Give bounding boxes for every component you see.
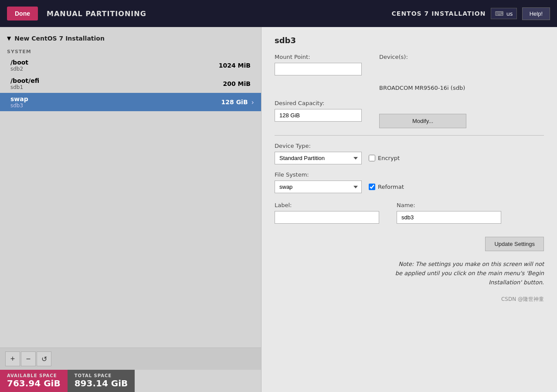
update-settings-button[interactable]: Update Settings	[485, 237, 544, 251]
device-type-section: Device Type: Standard Partition LVM LVM …	[275, 143, 544, 164]
right-bottom: Update Settings	[275, 232, 544, 251]
partition-name: swap	[10, 95, 221, 102]
space-info: AVAILABLE SPACE 763.94 GiB TOTAL SPACE 8…	[0, 370, 261, 392]
total-space-block: TOTAL SPACE 893.14 GiB	[68, 370, 135, 392]
keyboard-input[interactable]: ⌨ us	[491, 8, 516, 19]
name-input[interactable]	[397, 211, 501, 224]
modify-group: Modify...	[379, 100, 466, 128]
divider	[275, 135, 544, 136]
partition-name: /boot/efi	[10, 77, 223, 84]
partition-name: /boot	[10, 59, 219, 66]
total-space-value: 893.14 GiB	[75, 378, 128, 389]
top-bar-left: Done MANUAL PARTITIONING	[7, 7, 146, 20]
list-item[interactable]: /boot sdb2 1024 MiB	[0, 56, 261, 75]
file-system-select-wrapper: swap ext4 ext3 ext2 xfs vfat biosboot	[275, 181, 362, 193]
note-text: Note: The settings you make on this scre…	[275, 260, 544, 287]
file-system-select[interactable]: swap ext4 ext3 ext2 xfs vfat biosboot	[275, 181, 362, 193]
help-button[interactable]: Help!	[522, 7, 550, 20]
left-panel: ▼ New CentOS 7 Installation SYSTEM /boot…	[0, 27, 262, 392]
encrypt-checkbox-row: Encrypt	[369, 155, 400, 161]
reformat-checkbox-row: Reformat	[369, 184, 404, 190]
collapse-icon: ▼	[7, 35, 11, 41]
devices-group: Device(s): BROADCOM MR9560-16i (sdb)	[379, 54, 466, 91]
reformat-label: Reformat	[378, 184, 404, 190]
top-bar: Done MANUAL PARTITIONING CENTOS 7 INSTAL…	[0, 0, 557, 27]
label-group: Label:	[275, 202, 379, 224]
partition-info: /boot/efi sdb1	[10, 77, 223, 90]
available-space-value: 763.94 GiB	[7, 378, 61, 389]
partition-size: 128 GiB	[221, 99, 248, 106]
label-input[interactable]	[275, 211, 379, 224]
partition-device: sdb3	[10, 102, 221, 109]
partition-list: ▼ New CentOS 7 Installation SYSTEM /boot…	[0, 27, 261, 348]
device-type-select-wrapper: Standard Partition LVM LVM Thin Provisio…	[275, 152, 362, 164]
file-system-section: File System: swap ext4 ext3 ext2 xfs vfa…	[275, 171, 544, 193]
desired-capacity-label: Desired Capacity:	[275, 100, 362, 106]
name-group: Name:	[397, 202, 501, 224]
encrypt-label: Encrypt	[378, 155, 400, 161]
file-system-row: swap ext4 ext3 ext2 xfs vfat biosboot Re…	[275, 181, 544, 193]
form-row-mount: Mount Point: Device(s): BROADCOM MR9560-…	[275, 54, 544, 91]
partition-device: sdb2	[10, 66, 219, 72]
section-header: SYSTEM	[0, 47, 261, 56]
refresh-button[interactable]: ↺	[37, 351, 51, 366]
available-space-block: AVAILABLE SPACE 763.94 GiB	[0, 370, 68, 392]
label-field-label: Label:	[275, 202, 379, 208]
partition-group-label: New CentOS 7 Installation	[14, 35, 105, 42]
reformat-checkbox[interactable]	[369, 184, 375, 190]
encrypt-checkbox[interactable]	[369, 155, 375, 161]
list-item[interactable]: swap sdb3 128 GiB ›	[0, 93, 261, 111]
name-field-label: Name:	[397, 202, 501, 208]
partition-size: 200 MiB	[223, 80, 251, 87]
file-system-label: File System:	[275, 171, 544, 178]
list-item[interactable]: /boot/efi sdb1 200 MiB	[0, 75, 261, 93]
device-type-select[interactable]: Standard Partition LVM LVM Thin Provisio…	[275, 152, 362, 164]
centos-title: CENTOS 7 INSTALLATION	[392, 10, 486, 17]
modify-button[interactable]: Modify...	[379, 114, 466, 128]
partition-info: swap sdb3	[10, 95, 221, 109]
main-content: ▼ New CentOS 7 Installation SYSTEM /boot…	[0, 27, 557, 392]
form-row-capacity: Desired Capacity: Modify...	[275, 100, 544, 128]
partition-size: 1024 MiB	[219, 62, 251, 69]
devices-label: Device(s):	[379, 54, 466, 60]
partition-group-header[interactable]: ▼ New CentOS 7 Installation	[0, 32, 261, 44]
remove-partition-button[interactable]: −	[21, 351, 36, 366]
mount-point-input[interactable]	[275, 63, 362, 75]
form-row-label-name: Label: Name:	[275, 202, 544, 224]
watermark: CSDN @隆世神童	[275, 296, 544, 303]
total-space-label: TOTAL SPACE	[75, 373, 128, 378]
page-title: MANUAL PARTITIONING	[47, 10, 146, 18]
device-type-row: Standard Partition LVM LVM Thin Provisio…	[275, 152, 544, 164]
desired-capacity-input[interactable]	[275, 109, 362, 122]
add-partition-button[interactable]: +	[5, 351, 20, 366]
chevron-right-icon: ›	[251, 98, 254, 106]
devices-value: BROADCOM MR9560-16i (sdb)	[379, 63, 466, 91]
done-button[interactable]: Done	[7, 7, 38, 20]
desired-capacity-group: Desired Capacity:	[275, 100, 362, 128]
keyboard-icon: ⌨	[495, 10, 503, 17]
partition-info: /boot sdb2	[10, 59, 219, 72]
available-space-label: AVAILABLE SPACE	[7, 373, 61, 378]
right-panel-title: sdb3	[275, 36, 544, 45]
right-panel: sdb3 Mount Point: Device(s): BROADCOM MR…	[262, 27, 557, 392]
keyboard-lang: us	[506, 10, 513, 17]
device-type-label: Device Type:	[275, 143, 544, 149]
mount-point-group: Mount Point:	[275, 54, 362, 91]
top-bar-right: CENTOS 7 INSTALLATION ⌨ us Help!	[392, 7, 550, 20]
left-toolbar: + − ↺	[0, 348, 261, 370]
mount-point-label: Mount Point:	[275, 54, 362, 60]
partition-device: sdb1	[10, 84, 223, 90]
